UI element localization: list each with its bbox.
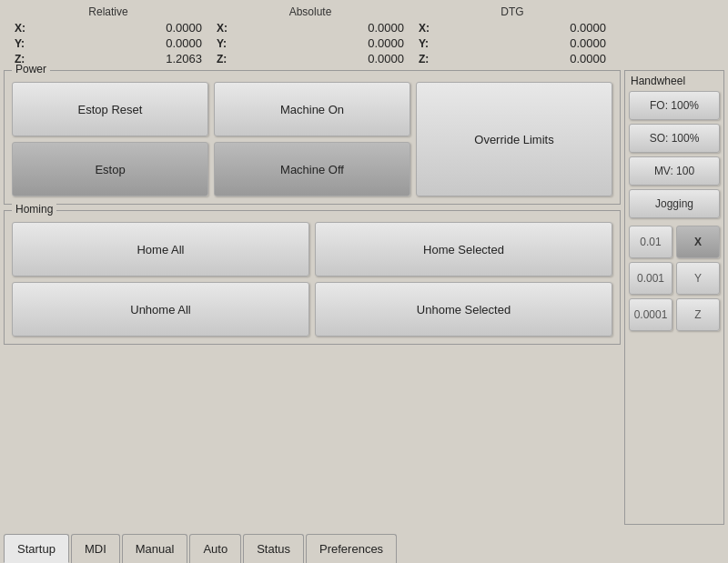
mv-button[interactable]: MV: 100 (629, 156, 720, 186)
relative-group: Relative X: 0.0000 Y: 0.0000 Z: 1.2063 (7, 5, 209, 66)
tab-bar: Startup MDI Manual Auto Status Preferenc… (0, 525, 728, 563)
power-group: Power Estop Reset Machine On Override Li… (4, 70, 621, 205)
power-title: Power (12, 63, 50, 75)
homing-group: Homing Home All Home Selected Unhome All… (4, 210, 621, 345)
dtg-x-label: X: (419, 22, 437, 35)
absolute-group: Absolute X: 0.0000 Y: 0.0000 Z: 0.0000 (209, 5, 411, 66)
inc-001-button[interactable]: 0.001 (629, 262, 672, 295)
absolute-x-row: X: 0.0000 (209, 20, 411, 35)
tab-manual[interactable]: Manual (122, 534, 188, 563)
machine-off-button[interactable]: Machine Off (214, 142, 410, 196)
tab-status[interactable]: Status (243, 534, 304, 563)
coords-area: Relative X: 0.0000 Y: 0.0000 Z: 1.2063 A… (0, 0, 728, 70)
hw-axis-grid: 0.01 X 0.001 Y 0.0001 Z (629, 226, 720, 331)
absolute-y-value: 0.0000 (340, 36, 404, 50)
handwheel-spacer (613, 5, 721, 66)
power-grid: Estop Reset Machine On Override Limits E… (12, 82, 612, 196)
middle-section: Power Estop Reset Machine On Override Li… (0, 70, 728, 525)
dtg-z-label: Z: (419, 53, 437, 65)
fo-button[interactable]: FO: 100% (629, 91, 720, 120)
absolute-header: Absolute (209, 5, 411, 18)
jogging-button[interactable]: Jogging (629, 189, 720, 218)
tab-mdi[interactable]: MDI (71, 534, 120, 563)
estop-reset-button[interactable]: Estop Reset (12, 82, 208, 136)
home-selected-button[interactable]: Home Selected (315, 222, 612, 276)
unhome-selected-button[interactable]: Unhome Selected (315, 282, 612, 337)
dtg-x-row: X: 0.0000 (411, 20, 613, 35)
override-limits-button[interactable]: Override Limits (416, 82, 612, 196)
absolute-z-label: Z: (217, 53, 235, 65)
absolute-z-value: 0.0000 (340, 52, 404, 65)
relative-x-row: X: 0.0000 (7, 20, 209, 35)
absolute-y-row: Y: 0.0000 (209, 35, 411, 51)
handwheel-panel: Handwheel FO: 100% SO: 100% MV: 100 Jogg… (624, 70, 724, 525)
relative-y-value: 0.0000 (138, 36, 202, 50)
relative-y-label: Y: (15, 37, 33, 50)
dtg-z-value: 0.0000 (542, 52, 606, 65)
main-container: Relative X: 0.0000 Y: 0.0000 Z: 1.2063 A… (0, 0, 728, 563)
dtg-y-value: 0.0000 (542, 36, 606, 50)
relative-header: Relative (7, 5, 209, 18)
tab-preferences[interactable]: Preferences (306, 534, 397, 563)
dtg-header: DTG (411, 5, 613, 18)
inc-01-button[interactable]: 0.01 (629, 226, 672, 258)
home-all-button[interactable]: Home All (12, 222, 309, 276)
homing-grid: Home All Home Selected Unhome All Unhome… (12, 222, 612, 337)
left-panel: Power Estop Reset Machine On Override Li… (4, 70, 621, 525)
so-button[interactable]: SO: 100% (629, 124, 720, 153)
handwheel-title: Handwheel (629, 75, 720, 87)
axis-y-button[interactable]: Y (676, 262, 720, 295)
tab-startup[interactable]: Startup (4, 534, 69, 563)
relative-x-label: X: (15, 22, 33, 35)
unhome-all-button[interactable]: Unhome All (12, 282, 309, 337)
relative-z-value: 1.2063 (138, 52, 202, 65)
dtg-group: DTG X: 0.0000 Y: 0.0000 Z: 0.0000 (411, 5, 613, 66)
estop-button[interactable]: Estop (12, 142, 208, 196)
relative-x-value: 0.0000 (138, 21, 202, 35)
inc-0001-button[interactable]: 0.0001 (629, 298, 672, 331)
axis-z-button[interactable]: Z (676, 298, 720, 331)
absolute-x-value: 0.0000 (340, 21, 404, 35)
homing-title: Homing (12, 203, 56, 216)
dtg-y-row: Y: 0.0000 (411, 35, 613, 51)
machine-on-button[interactable]: Machine On (214, 82, 410, 136)
dtg-x-value: 0.0000 (542, 21, 606, 35)
dtg-y-label: Y: (419, 37, 437, 50)
absolute-y-label: Y: (217, 37, 235, 50)
relative-y-row: Y: 0.0000 (7, 35, 209, 51)
absolute-x-label: X: (217, 22, 235, 35)
dtg-z-row: Z: 0.0000 (411, 51, 613, 66)
tab-auto[interactable]: Auto (189, 534, 241, 563)
absolute-z-row: Z: 0.0000 (209, 51, 411, 66)
axis-x-button[interactable]: X (676, 226, 720, 258)
